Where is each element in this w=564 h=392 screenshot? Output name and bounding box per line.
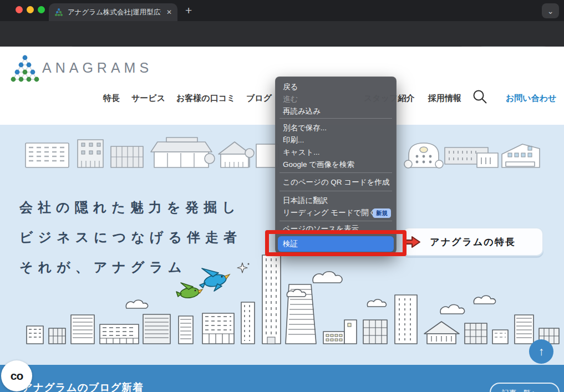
- menu-separator: [280, 118, 392, 119]
- blue-bird-illustration: [200, 268, 230, 291]
- browser-toolbar: ← → ↻ anagrams.jp ☆: [0, 21, 564, 47]
- menu-item-save-as[interactable]: 別名で保存...: [275, 122, 397, 134]
- hero-line-1: 会社の隠れた魅力を発掘し: [19, 198, 241, 216]
- context-menu: 戻る 進む 再読み込み 別名で保存... 印刷... キャスト... Googl…: [275, 77, 397, 254]
- nav-item-features[interactable]: 特長: [103, 93, 120, 104]
- zoom-window-button[interactable]: [38, 6, 45, 13]
- menu-item-forward: 進む: [275, 93, 397, 105]
- contact-link[interactable]: お問い合わせ: [506, 93, 556, 104]
- feature-button[interactable]: アナグラムの特長: [402, 227, 543, 256]
- menu-item-print[interactable]: 印刷...: [275, 134, 397, 146]
- tab-strip: アナグラム株式会社|運用型広告 ✕ + ⌄: [0, 0, 564, 21]
- search-icon[interactable]: [472, 89, 487, 106]
- green-bird-illustration: [176, 283, 202, 299]
- chevron-down-icon: ⌄: [547, 7, 554, 16]
- feature-button-label: アナグラムの特長: [430, 236, 515, 248]
- screen: アナグラム株式会社|運用型広告 ✕ + ⌄ ← → ↻ anagrams.jp …: [0, 0, 564, 392]
- menu-separator: [280, 191, 392, 191]
- menu-item-reading-mode[interactable]: リーディング モードで開く 新規: [275, 207, 397, 219]
- menu-item-translate[interactable]: 日本語に翻訳: [275, 195, 397, 207]
- close-window-button[interactable]: [16, 6, 23, 13]
- blog-section: アナグラムのブログ新着 記事一覧へ →: [0, 365, 564, 392]
- hero-skyline-illustration: [0, 244, 564, 345]
- blog-heading: アナグラムのブログ新着: [22, 380, 143, 392]
- scroll-top-button[interactable]: ↑: [529, 339, 553, 364]
- menu-item-reload[interactable]: 再読み込み: [275, 105, 397, 118]
- menu-separator: [280, 172, 392, 173]
- nav-item-reviews[interactable]: お客様の口コミ: [176, 93, 235, 104]
- menu-item-qr-code[interactable]: このページの QR コードを作成: [275, 176, 397, 189]
- tab-title: アナグラム株式会社|運用型広告: [68, 8, 161, 17]
- view-all-button[interactable]: 記事一覧へ →: [490, 383, 560, 392]
- menu-item-back[interactable]: 戻る: [275, 81, 397, 93]
- nav-item-recruit[interactable]: 採用情報: [428, 93, 461, 104]
- sparkle-illustration: [237, 263, 250, 273]
- nav-item-blog[interactable]: ブログ: [246, 93, 272, 104]
- nav-item-services[interactable]: サービス: [131, 93, 165, 104]
- annotation-highlight-box: [265, 230, 407, 256]
- menu-item-reading-mode-label: リーディング モードで開く: [283, 208, 377, 217]
- anagrams-logo-icon[interactable]: [10, 53, 40, 83]
- close-tab-icon[interactable]: ✕: [166, 8, 172, 16]
- logo-wordmark[interactable]: ANAGRAMS: [42, 60, 153, 76]
- up-arrow-icon: ↑: [538, 345, 545, 358]
- tab-search-button[interactable]: ⌄: [542, 3, 559, 18]
- browser-tab[interactable]: アナグラム株式会社|運用型広告 ✕: [49, 3, 177, 21]
- menu-separator: [280, 221, 392, 221]
- menu-item-search-image[interactable]: Google で画像を検索: [275, 159, 397, 171]
- favicon-icon: [54, 8, 63, 17]
- menu-item-cast[interactable]: キャスト...: [275, 146, 397, 159]
- minimize-window-button[interactable]: [27, 6, 34, 13]
- new-tab-button[interactable]: +: [185, 3, 192, 18]
- new-badge: 新規: [373, 208, 391, 218]
- cookie-widget-button[interactable]: co: [1, 360, 32, 391]
